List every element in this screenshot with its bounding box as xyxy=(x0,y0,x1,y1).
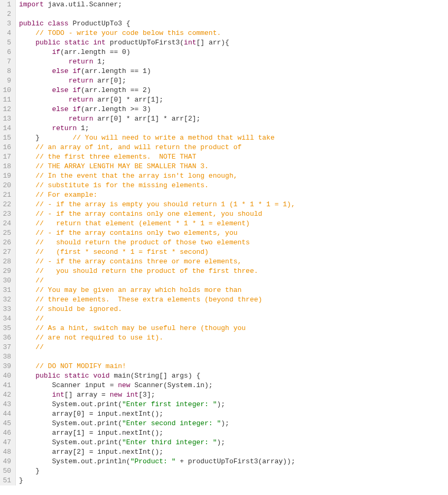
code-token xyxy=(19,286,35,294)
code-line[interactable]: return arr[0] * arr[1]; xyxy=(19,95,448,105)
code-token: public xyxy=(35,372,60,380)
line-number: 49 xyxy=(2,457,11,466)
code-token: // the first three elements. NOTE THAT xyxy=(35,153,196,161)
code-line[interactable]: } xyxy=(19,476,448,485)
code-token: // (first * second * 1 = first * second) xyxy=(35,248,209,256)
code-line[interactable]: // an array of int, and will return the … xyxy=(19,143,448,152)
code-token xyxy=(19,210,35,218)
code-line[interactable]: // THE ARRAY LENGTH MAY BE SMALLER THAN … xyxy=(19,162,448,171)
code-line[interactable]: public class ProductUpTo3 { xyxy=(19,19,448,29)
line-number: 29 xyxy=(2,267,11,276)
code-line[interactable]: int[] array = new int[3]; xyxy=(19,390,448,400)
code-token: ProductUpTo3 { xyxy=(69,20,130,28)
code-token: ); xyxy=(221,419,229,427)
code-line[interactable] xyxy=(19,10,448,19)
code-line[interactable]: array[2] = input.nextInt(); xyxy=(19,447,448,457)
code-token: // you should return the product of the … xyxy=(35,267,258,275)
code-line[interactable]: System.out.print("Enter third integer: "… xyxy=(19,438,448,447)
code-token: System.out.print( xyxy=(19,438,122,446)
code-line[interactable]: Scanner input = new Scanner(System.in); xyxy=(19,381,448,390)
code-token: ) xyxy=(147,86,151,94)
code-token xyxy=(19,58,69,66)
code-line[interactable]: // return that element (element * 1 * 1 … xyxy=(19,219,448,228)
code-token: array[ xyxy=(19,410,77,418)
code-line[interactable]: if(arr.length == 0) xyxy=(19,48,448,57)
code-token: // You will need to write a method that … xyxy=(72,134,274,142)
code-line[interactable]: } xyxy=(19,466,448,476)
code-line[interactable]: // - if the array contains three or more… xyxy=(19,257,448,267)
code-line[interactable]: array[0] = input.nextInt(); xyxy=(19,409,448,419)
code-line[interactable]: // DO NOT MODIFY main! xyxy=(19,362,448,371)
code-line[interactable]: // xyxy=(19,343,448,352)
line-number: 9 xyxy=(2,76,11,86)
code-token xyxy=(44,20,48,28)
line-number: 23 xyxy=(2,209,11,219)
code-token: 0 xyxy=(122,48,126,56)
code-line[interactable]: // TODO - write your code below this com… xyxy=(19,29,448,38)
code-token xyxy=(19,248,35,256)
code-line[interactable]: import java.util.Scanner; xyxy=(19,0,448,10)
code-line[interactable]: else if(arr.length >= 3) xyxy=(19,105,448,114)
code-line[interactable]: System.out.print("Enter second integer: … xyxy=(19,419,448,428)
code-line[interactable]: // xyxy=(19,276,448,286)
code-token: if xyxy=(72,105,81,113)
code-line[interactable]: // you should return the product of the … xyxy=(19,267,448,276)
line-number: 40 xyxy=(2,371,11,381)
code-line[interactable]: // You may be given an array which holds… xyxy=(19,286,448,295)
code-token: 1 xyxy=(97,58,101,66)
code-line[interactable]: // For example: xyxy=(19,190,448,200)
code-line[interactable]: // - if the array contains only two elem… xyxy=(19,228,448,238)
code-line[interactable] xyxy=(19,352,448,362)
code-line[interactable]: // substitute 1s for the missing element… xyxy=(19,181,448,190)
line-number: 36 xyxy=(2,333,11,343)
code-line[interactable]: System.out.print("Enter first integer: "… xyxy=(19,400,448,409)
code-line[interactable]: // xyxy=(19,314,448,324)
code-line[interactable]: System.out.println("Product: " + product… xyxy=(19,457,448,466)
code-token: static xyxy=(64,39,89,47)
code-line[interactable]: // should return the product of those tw… xyxy=(19,238,448,248)
code-line[interactable]: // (first * second * 1 = first * second) xyxy=(19,248,448,257)
code-line[interactable]: // - if the array contains only one elem… xyxy=(19,209,448,219)
code-line[interactable]: else if(arr.length == 1) xyxy=(19,67,448,76)
code-line[interactable]: // should be ignored. xyxy=(19,305,448,314)
code-token xyxy=(19,48,52,56)
code-token: if xyxy=(72,67,81,75)
code-token: Scanner(System.in); xyxy=(130,381,213,389)
line-number: 37 xyxy=(2,343,11,352)
code-line[interactable]: else if(arr.length == 2) xyxy=(19,86,448,95)
code-editor-area[interactable]: import java.util.Scanner; public class P… xyxy=(16,0,448,485)
code-line[interactable]: // - if the array is empty you should re… xyxy=(19,200,448,209)
code-line[interactable]: // three elements. These extra elements … xyxy=(19,295,448,305)
code-token: new xyxy=(118,381,130,389)
code-token xyxy=(19,305,35,313)
code-token: // - if the array contains three or more… xyxy=(35,258,241,265)
code-token: // THE ARRAY LENGTH MAY BE SMALLER THAN … xyxy=(35,162,209,170)
code-line[interactable]: public static void main(String[] args) { xyxy=(19,371,448,381)
code-line[interactable]: return 1; xyxy=(19,57,448,67)
code-token: System.out.print( xyxy=(19,400,122,408)
code-token: "Enter third integer: " xyxy=(122,438,217,446)
code-token xyxy=(19,315,35,323)
code-line[interactable]: array[1] = input.nextInt(); xyxy=(19,428,448,438)
code-token: // should return the product of those tw… xyxy=(35,239,250,246)
code-line[interactable]: } // You will need to write a method tha… xyxy=(19,133,448,143)
code-line[interactable]: return 1; xyxy=(19,124,448,133)
code-token: new xyxy=(110,391,122,399)
code-token: ) xyxy=(147,105,151,113)
code-token: array[ xyxy=(19,448,77,456)
code-line[interactable]: // In the event that the array isn't lon… xyxy=(19,171,448,181)
code-token: return xyxy=(69,115,94,123)
code-token: array[ xyxy=(19,429,77,437)
code-line[interactable]: // the first three elements. NOTE THAT xyxy=(19,152,448,162)
code-line[interactable]: // are not required to use it). xyxy=(19,333,448,343)
code-token xyxy=(19,96,69,104)
code-token: "Product: " xyxy=(130,457,176,465)
code-token: public xyxy=(19,20,44,28)
code-token: // an array of int, and will return the … xyxy=(35,143,241,151)
code-line[interactable]: return arr[0]; xyxy=(19,76,448,86)
code-line[interactable]: public static int productUpToFirst3(int[… xyxy=(19,38,448,48)
code-line[interactable]: // As a hint, switch may be useful here … xyxy=(19,324,448,333)
line-number: 48 xyxy=(2,447,11,457)
code-line[interactable]: return arr[0] * arr[1] * arr[2]; xyxy=(19,114,448,124)
code-token: // three elements. These extra elements … xyxy=(35,296,262,304)
